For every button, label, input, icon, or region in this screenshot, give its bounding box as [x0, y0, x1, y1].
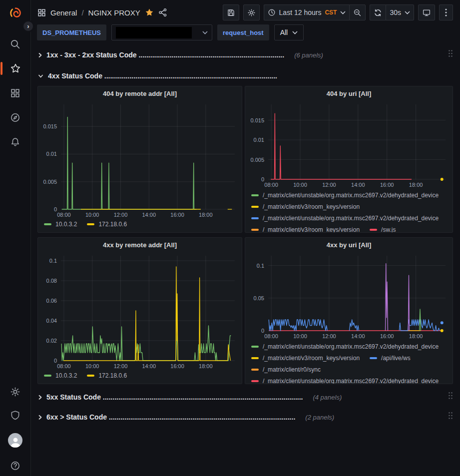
svg-text:0.015: 0.015 — [43, 123, 57, 129]
panel-4xx-by-remote-addr: 4xx by remote addr [All] 00.020.040.060.… — [37, 237, 242, 384]
row-drag-handle-icon[interactable] — [448, 412, 453, 421]
panel-legend: /_matrix/client/unstable/org.matrix.msc2… — [245, 189, 453, 232]
legend-item[interactable]: /_matrix/client/r0/sync — [251, 364, 321, 375]
row-header-5xx[interactable]: 5xx Status Code ........................… — [37, 390, 453, 404]
panel-title[interactable]: 4xx by remote addr [All] — [38, 238, 242, 252]
legend-item[interactable]: /_matrix/client/unstable/org.matrix.msc2… — [251, 189, 439, 201]
legend-series-color-chip — [251, 194, 259, 196]
row-drag-handle-icon[interactable] — [448, 49, 453, 59]
legend-series-color-chip — [44, 223, 51, 225]
legend-series-color-chip — [87, 223, 94, 225]
svg-text:14:00: 14:00 — [351, 333, 365, 339]
svg-text:12:00: 12:00 — [114, 212, 128, 218]
row-header-4xx[interactable]: 4xx Status Code ........................… — [37, 69, 453, 83]
svg-text:10:00: 10:00 — [293, 182, 307, 188]
cycle-view-mode-button[interactable] — [418, 4, 435, 20]
datasource-variable-label[interactable]: DS_PROMETHEUS — [37, 24, 106, 40]
svg-text:0.1: 0.1 — [257, 263, 264, 269]
legend-item[interactable]: 172.18.0.6 — [87, 219, 127, 230]
panel-404-by-remote-addr: 404 by remote addr [All] 00.0050.010.015… — [37, 86, 242, 233]
starred-dashboards-icon[interactable] — [10, 63, 21, 74]
legend-item[interactable]: 10.0.3.2 — [44, 370, 77, 382]
legend-series-label: 172.18.0.6 — [98, 221, 127, 228]
dashboard-body: 1xx - 3xx - 2xx Status Code ............… — [31, 45, 460, 476]
legend-item[interactable]: /sw.js — [370, 224, 396, 232]
row-header-6xx[interactable]: 6xx > Status Code ......................… — [37, 410, 453, 424]
legend-series-label: /_matrix/client/v3/room_keys/version — [263, 203, 360, 210]
datasource-variable-select[interactable] — [111, 24, 212, 40]
chart-canvas[interactable]: 00.020.040.060.080.108:0010:0012:0014:00… — [38, 252, 242, 371]
share-icon[interactable] — [158, 8, 167, 17]
refresh-interval-label: 30s — [390, 8, 401, 16]
explore-compass-icon[interactable] — [10, 112, 21, 123]
row-title: 6xx > Status Code ......................… — [46, 413, 295, 421]
row-panel-count: (2 panels) — [305, 414, 334, 421]
legend-series-label: 10.0.3.2 — [55, 372, 77, 379]
dashboards-icon[interactable] — [10, 87, 21, 98]
row-panel-count: (4 panels) — [313, 394, 342, 401]
svg-text:0.06: 0.06 — [46, 298, 57, 304]
legend-series-color-chip — [251, 229, 259, 231]
refresh-interval-select[interactable]: 30s — [386, 4, 414, 20]
request-host-variable-select[interactable]: All — [274, 24, 304, 40]
server-admin-shield-icon[interactable] — [10, 410, 21, 421]
svg-text:08:00: 08:00 — [57, 212, 71, 218]
legend-item[interactable]: /_matrix/client/unstable/org.matrix.msc2… — [251, 341, 439, 352]
grafana-logo-icon[interactable] — [8, 6, 22, 20]
legend-item[interactable]: /api/live/ws — [370, 352, 411, 364]
svg-text:12:00: 12:00 — [322, 182, 336, 188]
panel-title[interactable]: 404 by remote addr [All] — [38, 86, 242, 100]
breadcrumb-folder[interactable]: General — [50, 8, 77, 17]
svg-text:0.005: 0.005 — [250, 157, 264, 163]
svg-text:08:00: 08:00 — [57, 363, 71, 369]
chart-canvas[interactable]: 00.0050.010.01508:0010:0012:0014:0016:00… — [38, 100, 242, 219]
time-range-label: Last 12 hours — [279, 8, 322, 16]
row-drag-handle-icon[interactable] — [448, 392, 453, 401]
svg-text:10:00: 10:00 — [293, 333, 307, 339]
dashboard-settings-button[interactable] — [243, 4, 260, 20]
configuration-gear-icon[interactable] — [10, 386, 21, 397]
legend-item[interactable]: 10.0.3.2 — [44, 219, 77, 230]
svg-text:14:00: 14:00 — [142, 212, 156, 218]
svg-text:18:00: 18:00 — [409, 182, 423, 188]
apps-grid-icon — [37, 8, 46, 17]
svg-text:16:00: 16:00 — [170, 363, 184, 369]
legend-item[interactable]: /_matrix/client/unstable/org.matrix.msc2… — [251, 375, 439, 384]
dashboard-toolbar: Last 12 hours CST — [223, 4, 453, 20]
chart-canvas[interactable]: 00.0050.010.01508:0010:0012:0014:0016:00… — [245, 100, 453, 189]
legend-item[interactable]: /_matrix/client/unstable/org.matrix.msc2… — [251, 212, 439, 224]
svg-text:0.015: 0.015 — [250, 117, 264, 123]
row-title: 4xx Status Code ........................… — [48, 72, 277, 80]
sidebar: › — [0, 0, 31, 476]
request-host-variable-label[interactable]: request_host — [217, 24, 269, 40]
row-header-1xx-3xx-2xx[interactable]: 1xx - 3xx - 2xx Status Code ............… — [37, 48, 453, 62]
legend-item[interactable]: 172.18.0.6 — [87, 370, 127, 382]
search-icon[interactable] — [10, 38, 21, 49]
legend-item[interactable]: /_matrix/client/v3/room_keys/version — [251, 201, 360, 212]
svg-text:16:00: 16:00 — [170, 212, 184, 218]
svg-text:10:00: 10:00 — [85, 212, 99, 218]
save-dashboard-button[interactable] — [223, 4, 239, 20]
svg-text:0.005: 0.005 — [43, 179, 57, 185]
panel-title[interactable]: 4xx by uri [All] — [245, 238, 453, 252]
sidebar-expand-button[interactable]: › — [22, 20, 34, 32]
legend-item[interactable]: /_matrix/client/v3/room_keys/version — [251, 352, 360, 364]
user-avatar[interactable] — [8, 433, 22, 448]
zoom-out-time-button[interactable] — [349, 4, 366, 20]
refresh-button[interactable] — [370, 4, 386, 20]
favorite-star-icon[interactable] — [145, 8, 154, 17]
legend-series-label: 172.18.0.6 — [98, 372, 127, 379]
chart-canvas[interactable]: 00.050.108:0010:0012:0014:0016:0018:00 — [245, 252, 453, 341]
time-range-picker[interactable]: Last 12 hours CST — [264, 4, 350, 20]
legend-item[interactable]: /_matrix/client/v3/room_keys/version — [251, 224, 360, 232]
more-options-kebab-icon[interactable] — [439, 4, 453, 20]
svg-text:10:00: 10:00 — [85, 363, 99, 369]
help-icon[interactable] — [10, 460, 21, 471]
panel-title[interactable]: 404 by uri [All] — [245, 86, 453, 100]
legend-series-label: 10.0.3.2 — [55, 221, 77, 228]
dashboard-title[interactable]: NGINX PROXY — [88, 8, 140, 17]
row-title: 5xx Status Code ........................… — [46, 393, 303, 401]
alerting-bell-icon[interactable] — [10, 136, 21, 147]
timezone-label: CST — [325, 9, 337, 16]
svg-text:0.05: 0.05 — [254, 295, 264, 301]
